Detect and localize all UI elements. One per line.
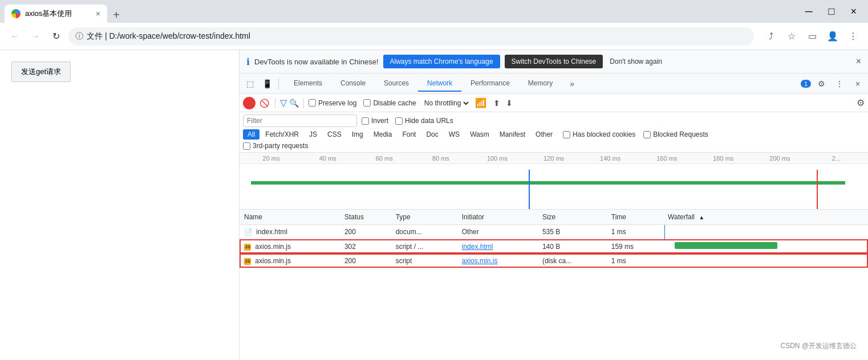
devtools-notification: ℹ DevTools is now available in Chinese! …	[240, 50, 868, 73]
notification-close-button[interactable]: ×	[856, 56, 861, 67]
col-name[interactable]: Name	[240, 210, 340, 225]
hide-data-urls-checkbox[interactable]	[395, 117, 403, 125]
filter-wasm[interactable]: Wasm	[465, 129, 494, 140]
extensions-button[interactable]: ▭	[804, 28, 820, 44]
filter-media[interactable]: Media	[369, 129, 397, 140]
tab-elements[interactable]: Elements	[285, 76, 331, 92]
col-waterfall[interactable]: Waterfall ▲	[663, 210, 868, 225]
disable-cache-label[interactable]: Disable cache	[363, 99, 416, 107]
filter-doc[interactable]: Doc	[421, 129, 443, 140]
new-tab-button[interactable]: +	[108, 7, 124, 23]
window-minimize-button[interactable]: ─	[798, 6, 820, 18]
invert-check[interactable]: Invert	[362, 117, 388, 125]
ruler-mark-60: 60 ms	[356, 155, 412, 162]
tab-close-button[interactable]: ×	[96, 10, 100, 18]
html-file-icon: 📄	[244, 228, 252, 236]
blocked-requests-check[interactable]: Blocked Requests	[643, 130, 708, 138]
clear-button[interactable]: 🚫	[258, 97, 270, 109]
row-name: JS axios.min.js	[240, 239, 340, 253]
tab-performance[interactable]: Performance	[461, 76, 519, 92]
net-separator-2	[303, 98, 304, 108]
bookmark-button[interactable]: ☆	[784, 28, 800, 44]
filter-css[interactable]: CSS	[323, 129, 346, 140]
invert-label: Invert	[371, 117, 388, 125]
tab-favicon	[11, 9, 21, 18]
window-close-button[interactable]: ×	[843, 6, 863, 18]
disable-cache-checkbox[interactable]	[363, 99, 371, 107]
tab-memory[interactable]: Memory	[519, 76, 562, 92]
filter-fetch-xhr[interactable]: Fetch/XHR	[261, 129, 303, 140]
throttling-select[interactable]: No throttling	[422, 99, 470, 108]
blocked-requests-checkbox[interactable]	[643, 131, 651, 138]
watermark-text: CSDN @开发运维玄德公	[780, 342, 857, 350]
switch-chinese-button[interactable]: Switch DevTools to Chinese	[505, 55, 603, 68]
filter-button[interactable]: ▽	[280, 97, 287, 108]
preserve-log-checkbox[interactable]	[309, 99, 316, 107]
initiator-link[interactable]: axios.min.js	[462, 257, 498, 265]
filter-types-row: All Fetch/XHR JS CSS Img Media Font Doc …	[243, 129, 865, 140]
active-tab[interactable]: axios基本使用 ×	[5, 5, 107, 23]
filter-manifest[interactable]: Manifest	[495, 129, 530, 140]
devtools-settings-button[interactable]: ⚙	[813, 76, 829, 92]
reload-button[interactable]: ↻	[48, 28, 64, 44]
row-type: script	[391, 253, 457, 268]
address-actions: ⤴ ☆ ▭ 👤 ⋮	[763, 28, 861, 44]
col-initiator[interactable]: Initiator	[457, 210, 538, 225]
ruler-mark-100: 100 ms	[469, 155, 525, 162]
col-size[interactable]: Size	[538, 210, 607, 225]
clear-icon: 🚫	[259, 99, 269, 108]
tab-network[interactable]: Network	[418, 76, 461, 92]
window-restore-button[interactable]: □	[822, 6, 842, 18]
devtools-more-button[interactable]: ⋮	[832, 76, 847, 92]
reload-icon: ↻	[52, 31, 60, 42]
tab-console[interactable]: Console	[331, 76, 375, 92]
filter-font[interactable]: Font	[398, 129, 420, 140]
filter-input[interactable]	[243, 114, 357, 127]
col-time[interactable]: Time	[607, 210, 663, 225]
device-toolbar-button[interactable]: 📱	[259, 76, 275, 92]
forward-button[interactable]: →	[27, 28, 43, 44]
ruler-mark-80: 80 ms	[412, 155, 469, 162]
hide-data-urls-label: Hide data URLs	[405, 117, 453, 125]
filter-img[interactable]: Img	[347, 129, 368, 140]
third-party-checkbox[interactable]	[243, 142, 250, 150]
match-language-button[interactable]: Always match Chrome's language	[383, 55, 500, 68]
devtools-close-button[interactable]: ×	[850, 76, 866, 92]
third-party-check[interactable]: 3rd-party requests	[243, 142, 865, 150]
has-blocked-cookies-check[interactable]: Has blocked cookies	[563, 130, 635, 138]
table-row[interactable]: JS axios.min.js 200 script axios.min.js …	[240, 253, 868, 268]
hide-data-urls-check[interactable]: Hide data URLs	[395, 117, 453, 125]
has-blocked-cookies-checkbox[interactable]	[563, 131, 570, 138]
col-type[interactable]: Type	[391, 210, 457, 225]
preserve-log-label[interactable]: Preserve log	[309, 99, 356, 107]
address-url-value: D:/work-space/web/crow-test/index.html	[109, 31, 250, 40]
network-settings-icon[interactable]: ⚙	[857, 97, 865, 108]
ruler-mark-160: 160 ms	[639, 155, 695, 162]
disable-cache-text: Disable cache	[373, 99, 416, 107]
more-tabs-button[interactable]: »	[564, 76, 580, 92]
address-input-container[interactable]: ⓘ 文件 | D:/work-space/web/crow-test/index…	[68, 27, 754, 46]
inspect-element-button[interactable]: ⬚	[242, 76, 258, 92]
menu-button[interactable]: ⋮	[845, 28, 861, 44]
ruler-mark-40: 40 ms	[299, 155, 356, 162]
table-row[interactable]: JS axios.min.js 302 script / ... index.h…	[240, 239, 868, 253]
filter-js[interactable]: JS	[305, 129, 322, 140]
ruler-mark-180: 180 ms	[695, 155, 752, 162]
address-prefix: 文件 |	[87, 31, 109, 40]
table-row[interactable]: 📄 index.html 200 docum... Other 535 B 1 …	[240, 225, 868, 240]
send-get-button[interactable]: 发送get请求	[11, 62, 71, 82]
network-table[interactable]: Name Status Type Initiator Size Time Wat…	[240, 210, 868, 360]
filter-all[interactable]: All	[243, 129, 259, 140]
filter-ws[interactable]: WS	[444, 129, 464, 140]
invert-checkbox[interactable]	[362, 117, 369, 125]
record-button[interactable]	[243, 97, 255, 109]
filter-other[interactable]: Other	[531, 129, 557, 140]
back-button[interactable]: ←	[7, 28, 23, 44]
profile-button[interactable]: 👤	[825, 28, 841, 44]
tab-sources[interactable]: Sources	[375, 76, 418, 92]
initiator-link[interactable]: index.html	[462, 243, 493, 251]
share-button[interactable]: ⤴	[763, 28, 779, 44]
col-status[interactable]: Status	[340, 210, 391, 225]
search-button[interactable]: 🔍	[289, 99, 299, 108]
dont-show-again-link[interactable]: Don't show again	[610, 58, 662, 66]
